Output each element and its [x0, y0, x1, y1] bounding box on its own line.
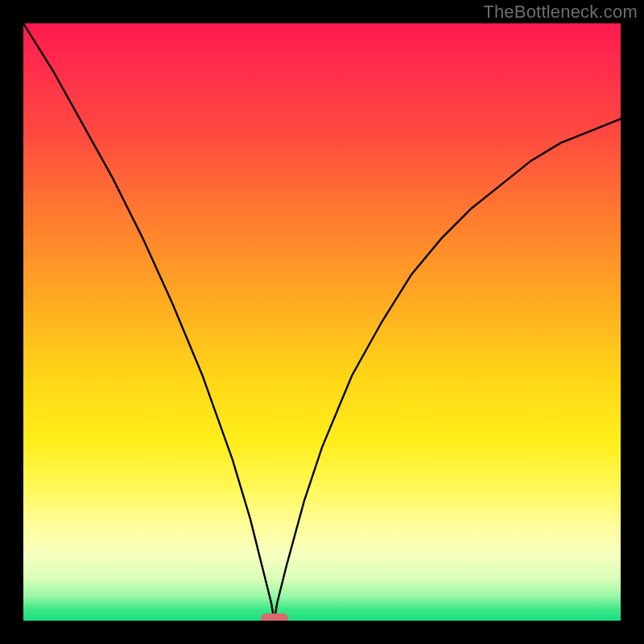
chart-frame: TheBottleneck.com — [0, 0, 644, 644]
minimum-marker — [261, 613, 288, 621]
watermark-text: TheBottleneck.com — [483, 2, 638, 23]
plot-area — [23, 23, 621, 621]
bottleneck-curve — [23, 23, 621, 621]
